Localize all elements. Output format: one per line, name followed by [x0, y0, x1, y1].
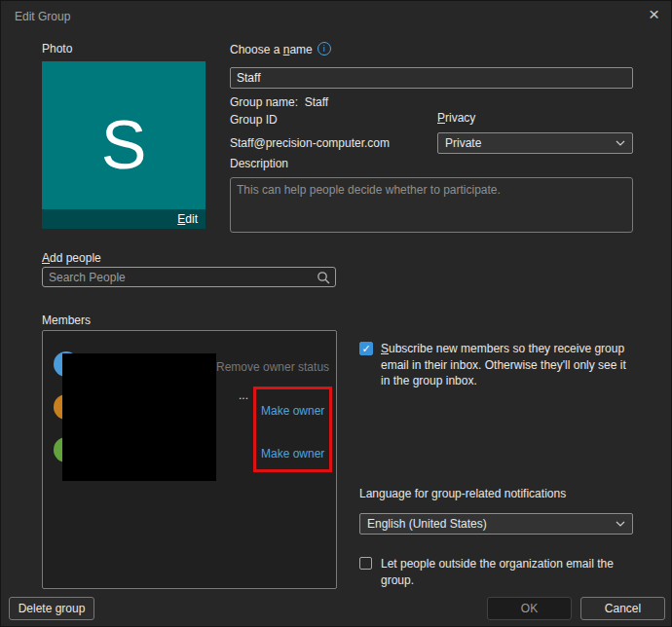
dialog-title: Edit Group	[15, 10, 70, 23]
group-id-value: Staff@precision-computer.com	[230, 136, 390, 150]
search-people-input[interactable]	[43, 271, 317, 284]
make-owner-button[interactable]: Make owner	[261, 404, 324, 418]
edit-group-dialog: Edit Group × Photo S Edit Choose a namei…	[0, 0, 672, 627]
close-icon[interactable]: ×	[649, 5, 659, 23]
subscribe-checkbox[interactable]: ✓	[359, 342, 373, 355]
photo-edit-strip: Edit	[42, 209, 205, 229]
remove-owner-status-button[interactable]: Remove owner status	[216, 360, 329, 374]
language-select[interactable]: English (United States)	[359, 513, 633, 535]
group-name-value: Staff	[305, 95, 328, 109]
ok-button[interactable]: OK	[487, 597, 572, 620]
search-people-box	[42, 267, 336, 287]
add-people-label: Add people	[42, 251, 101, 265]
group-id-label: Group ID	[230, 113, 278, 127]
privacy-select[interactable]: Private	[437, 132, 633, 154]
edit-photo-link[interactable]: Edit	[177, 212, 198, 226]
language-label: Language for group-related notifications	[359, 487, 566, 500]
choose-name-label: Choose a namei	[230, 42, 331, 56]
outside-org-checkbox[interactable]	[359, 557, 372, 570]
cancel-button[interactable]: Cancel	[580, 597, 665, 620]
description-label: Description	[230, 157, 288, 170]
language-selected-value: English (United States)	[360, 517, 616, 531]
chevron-down-icon	[616, 140, 625, 146]
check-icon: ✓	[361, 344, 370, 354]
members-list: Remove owner status ... Make owner Make …	[42, 330, 337, 589]
group-name-readout: Group name: Staff	[230, 95, 328, 109]
make-owner-button[interactable]: Make owner	[261, 447, 324, 461]
truncated-text: ...	[239, 388, 248, 402]
info-icon[interactable]: i	[317, 42, 331, 55]
delete-group-button[interactable]: Delete group	[9, 597, 94, 620]
group-photo-initial: S	[101, 111, 147, 179]
privacy-selected-value: Private	[438, 136, 616, 150]
search-icon	[317, 271, 330, 284]
photo-label: Photo	[42, 42, 72, 55]
redacted-member-names	[62, 353, 216, 481]
outside-org-checkbox-label: Let people outside the organization emai…	[381, 556, 624, 588]
group-name-input[interactable]	[230, 67, 633, 89]
members-label: Members	[42, 314, 91, 327]
group-photo-tile: S Edit	[42, 61, 205, 229]
subscribe-checkbox-label: Subscribe new members so they receive gr…	[381, 341, 636, 389]
chevron-down-icon	[616, 521, 625, 527]
privacy-label: Privacy	[437, 111, 475, 125]
description-textarea[interactable]	[230, 177, 633, 233]
